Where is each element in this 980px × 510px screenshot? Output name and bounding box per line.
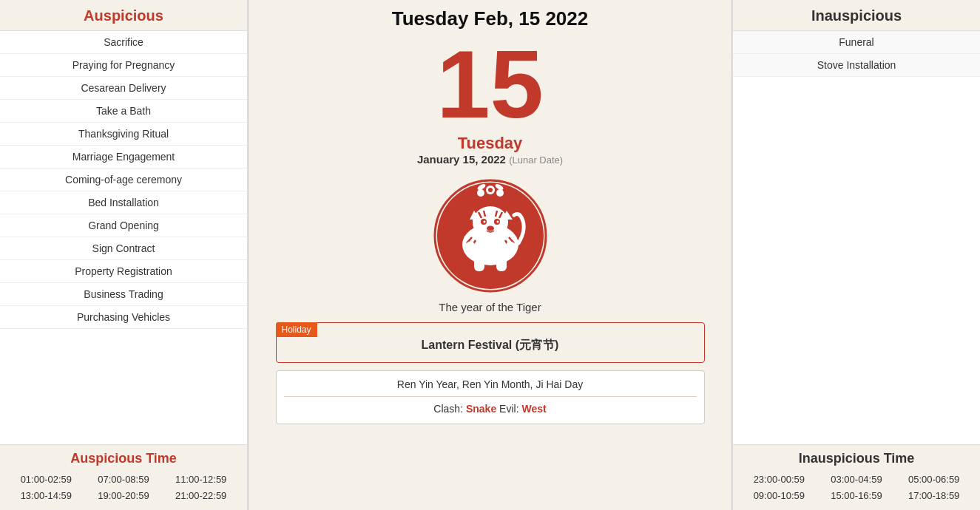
auspicious-time-cell: 13:00-14:59 bbox=[7, 489, 85, 503]
inauspicious-time-section: Inauspicious Time 23:00-00:5903:00-04:59… bbox=[733, 444, 980, 510]
auspicious-time-cell: 01:00-02:59 bbox=[7, 472, 85, 486]
auspicious-time-header: Auspicious Time bbox=[7, 451, 240, 466]
clash-mid: Evil: bbox=[499, 403, 521, 415]
inauspicious-time-cell: 03:00-04:59 bbox=[818, 472, 896, 486]
holiday-badge: Holiday bbox=[276, 322, 317, 337]
auspicious-time-section: Auspicious Time 01:00-02:5907:00-08:5911… bbox=[0, 444, 247, 510]
svg-point-3 bbox=[473, 206, 508, 239]
lunar-date: January 15, 2022 (Lunar Date) bbox=[417, 153, 563, 166]
auspicious-list-item: Take a Bath bbox=[0, 100, 247, 123]
day-name: Tuesday bbox=[458, 134, 523, 153]
inauspicious-header: Inauspicious bbox=[733, 0, 980, 31]
holiday-section: Holiday Lantern Festival (元宵节) bbox=[276, 322, 705, 363]
svg-point-26 bbox=[488, 188, 493, 192]
year-label: The year of the Tiger bbox=[439, 301, 541, 313]
svg-rect-19 bbox=[474, 256, 484, 271]
auspicious-list-item: Business Trading bbox=[0, 283, 247, 306]
auspicious-list-item: Purchasing Vehicles bbox=[0, 306, 247, 329]
auspicious-time-cell: 11:00-12:59 bbox=[162, 472, 240, 486]
auspicious-list-item: Marriage Engagement bbox=[0, 146, 247, 169]
big-day-number: 15 bbox=[436, 36, 544, 132]
ren-yin-section: Ren Yin Year, Ren Yin Month, Ji Hai Day … bbox=[276, 370, 705, 424]
svg-rect-21 bbox=[466, 242, 475, 255]
auspicious-list-item: Praying for Pregnancy bbox=[0, 54, 247, 77]
inauspicious-time-cell: 23:00-00:59 bbox=[740, 472, 818, 486]
inauspicious-list: FuneralStove Installation bbox=[733, 31, 980, 444]
inauspicious-time-header: Inauspicious Time bbox=[740, 451, 973, 466]
auspicious-list-item: Property Registration bbox=[0, 260, 247, 283]
svg-rect-22 bbox=[506, 242, 515, 255]
inauspicious-list-item: Funeral bbox=[733, 31, 980, 54]
svg-point-13 bbox=[496, 221, 499, 223]
auspicious-list: SacrificePraying for PregnancyCesarean D… bbox=[0, 31, 247, 444]
ren-yin-text: Ren Yin Year, Ren Yin Month, Ji Hai Day bbox=[284, 378, 697, 397]
inauspicious-time-grid: 23:00-00:5903:00-04:5905:00-06:5909:00-1… bbox=[740, 472, 973, 503]
auspicious-list-item: Cesarean Delivery bbox=[0, 77, 247, 100]
center-panel: Tuesday Feb, 15 2022 15 Tuesday January … bbox=[248, 0, 732, 510]
auspicious-list-item: Grand Opening bbox=[0, 214, 247, 237]
tiger-circle bbox=[431, 177, 550, 295]
right-panel: Inauspicious FuneralStove Installation I… bbox=[732, 0, 980, 510]
lunar-date-label: (Lunar Date) bbox=[509, 154, 563, 166]
auspicious-time-grid: 01:00-02:5907:00-08:5911:00-12:5913:00-1… bbox=[7, 472, 240, 503]
inauspicious-time-cell: 09:00-10:59 bbox=[740, 489, 818, 503]
clash-text: Clash: Snake Evil: West bbox=[284, 403, 697, 415]
auspicious-header: Auspicious bbox=[0, 0, 247, 31]
auspicious-time-cell: 19:00-20:59 bbox=[85, 489, 163, 503]
auspicious-list-item: Bed Installation bbox=[0, 191, 247, 214]
inauspicious-list-item: Stove Installation bbox=[733, 54, 980, 77]
svg-point-24 bbox=[496, 189, 504, 197]
clash-direction: West bbox=[521, 403, 546, 415]
inauspicious-time-cell: 05:00-06:59 bbox=[895, 472, 973, 486]
auspicious-list-item: Thanksgiving Ritual bbox=[0, 123, 247, 146]
auspicious-list-item: Coming-of-age ceremony bbox=[0, 169, 247, 191]
auspicious-list-item: Sacrifice bbox=[0, 31, 247, 54]
left-panel: Auspicious SacrificePraying for Pregnanc… bbox=[0, 0, 248, 510]
svg-rect-20 bbox=[496, 256, 507, 271]
inauspicious-title: Inauspicious bbox=[811, 7, 902, 24]
inauspicious-time-cell: 15:00-16:59 bbox=[818, 489, 896, 503]
svg-point-25 bbox=[477, 189, 484, 197]
auspicious-time-cell: 21:00-22:59 bbox=[162, 489, 240, 503]
auspicious-list-item: Sign Contract bbox=[0, 237, 247, 260]
auspicious-title: Auspicious bbox=[84, 7, 163, 24]
clash-animal: Snake bbox=[466, 403, 496, 415]
inauspicious-time-cell: 17:00-18:59 bbox=[895, 489, 973, 503]
main-date-title: Tuesday Feb, 15 2022 bbox=[392, 7, 588, 30]
clash-label: Clash: bbox=[433, 403, 466, 415]
auspicious-time-cell: 07:00-08:59 bbox=[85, 472, 163, 486]
lunar-date-value: January 15, 2022 bbox=[417, 153, 506, 166]
svg-point-14 bbox=[487, 226, 494, 231]
holiday-name: Lantern Festival (元宵节) bbox=[277, 323, 704, 362]
svg-point-12 bbox=[483, 221, 485, 223]
